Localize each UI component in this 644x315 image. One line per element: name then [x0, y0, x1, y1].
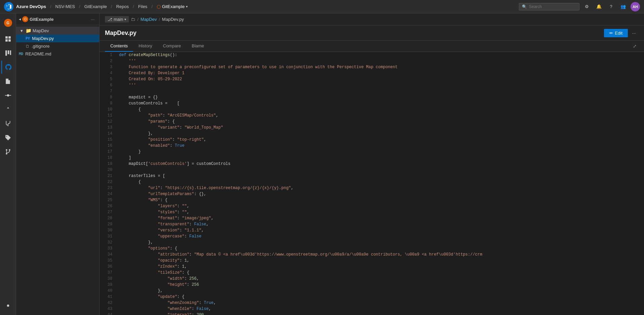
breadcrumb-repos[interactable]: Repos: [116, 4, 129, 9]
breadcrumb-folder-icon: 🗀: [131, 17, 135, 22]
breadcrumb-repo-name: GitExample: [162, 4, 185, 9]
tab-history[interactable]: History: [133, 41, 157, 52]
svg-point-7: [7, 94, 9, 97]
svg-rect-1: [8, 36, 11, 39]
table-row: 31 "uppercase": False: [100, 233, 644, 239]
branch-name: main: [114, 17, 123, 22]
table-row: 27 "styles": "",: [100, 209, 644, 215]
table-row: 42 "whenZooming": True,: [100, 300, 644, 306]
table-row: 22 {: [100, 179, 644, 185]
tab-contents[interactable]: Contents: [105, 41, 133, 52]
tree-item-gitignore[interactable]: 🗋 .gitignore: [16, 42, 99, 50]
breadcrumb-files[interactable]: Files: [138, 4, 147, 9]
svg-rect-5: [7, 50, 9, 54]
search-box[interactable]: 🔍: [519, 3, 579, 10]
table-row: 5 Created On: 05-29-2022: [100, 76, 644, 82]
edit-icon: ✏: [609, 31, 613, 36]
table-row: 4 Created By: Developer 1: [100, 70, 644, 76]
tab-compare[interactable]: Compare: [158, 41, 186, 52]
breadcrumb-repo-current[interactable]: ⬡ GitExample ▾: [157, 4, 188, 9]
tree-label-readme: README.md: [25, 51, 51, 56]
table-row: 25 "WMS": {: [100, 197, 644, 203]
brand-name: Azure DevOps: [16, 4, 46, 9]
branch-selector[interactable]: ⎇ main ▾: [105, 16, 129, 22]
nav-item-branches[interactable]: [1, 117, 15, 130]
table-row: 24 "urlTemplateParams": {},: [100, 191, 644, 197]
table-row: 10 {: [100, 106, 644, 113]
table-row: 39 "height": 256: [100, 282, 644, 288]
nav-item-gitexample[interactable]: G: [1, 16, 15, 30]
table-row: 8 mapdict = {}: [100, 94, 644, 100]
table-row: 3 Function to generate a preconfigured s…: [100, 64, 644, 70]
search-input[interactable]: [529, 4, 576, 9]
nav-item-commits[interactable]: [1, 89, 15, 102]
settings-icon[interactable]: ⚙: [582, 2, 592, 11]
code-view[interactable]: 1def createMapSettings(): 2 ''' 3 Functi…: [100, 52, 644, 315]
table-row: 15 "position": "top-right",: [100, 137, 644, 143]
project-icon: G: [4, 19, 12, 27]
table-row: 18 ]: [100, 155, 644, 161]
user-avatar[interactable]: AH: [631, 2, 640, 11]
help-icon[interactable]: ?: [606, 2, 616, 11]
svg-point-10: [6, 149, 7, 151]
nav-item-pushes[interactable]: [1, 103, 15, 116]
tab-blame[interactable]: Blame: [186, 41, 210, 52]
file-panel-more-btn[interactable]: ···: [89, 15, 97, 23]
search-icon: 🔍: [522, 4, 527, 9]
nav-item-project-settings[interactable]: [1, 299, 15, 312]
table-row: 7: [100, 88, 644, 94]
table-row: 13 "variant": "World_Topo_Map": [100, 125, 644, 131]
nav-item-overview[interactable]: [1, 32, 15, 46]
nav-item-tags[interactable]: [1, 131, 15, 144]
table-row: 34 "attribution": "Map data © <a href\u0…: [100, 252, 644, 258]
table-row: 6 ''': [100, 82, 644, 88]
table-row: 9 customControls = [: [100, 100, 644, 106]
table-row: 37 "tileSize": {: [100, 270, 644, 276]
tree-item-readme[interactable]: MD README.md: [16, 50, 99, 58]
table-row: 40 },: [100, 288, 644, 294]
breadcrumb-mapdev[interactable]: MapDev: [141, 17, 157, 22]
table-row: 35 "opacity": 1,: [100, 258, 644, 264]
file-more-button[interactable]: ···: [629, 28, 639, 38]
breadcrumb-gitexample[interactable]: GitExample: [84, 4, 107, 9]
breadcrumb-dropdown-icon: ▾: [186, 5, 188, 8]
nav-item-pull-requests[interactable]: [1, 145, 15, 159]
tree-label-mapdev-py: MapDev.py: [32, 36, 54, 41]
tree-item-mapdev-py[interactable]: PY MapDev.py: [16, 35, 99, 42]
table-row: 36 "zIndex": 1,: [100, 264, 644, 270]
file-panel-title-row: ◂ ⬡ GitExample: [19, 16, 88, 22]
table-row: 41 "update": {: [100, 294, 644, 300]
file-header: MapDev.py ✏ Edit ···: [100, 26, 644, 41]
tree-item-mapdev[interactable]: ▾ 📁 MapDev: [16, 27, 99, 35]
edit-button[interactable]: ✏ Edit: [604, 29, 628, 37]
branch-chevron-icon: ▾: [124, 17, 126, 21]
md-file-icon: MD: [19, 52, 23, 56]
nav-item-boards[interactable]: [1, 46, 15, 60]
people-icon[interactable]: 👥: [618, 2, 628, 11]
folder-chevron-mapdev: ▾: [19, 28, 24, 33]
table-row: 26 "layers": "",: [100, 203, 644, 209]
file-icon-gitignore: 🗋: [26, 44, 30, 49]
table-row: 17 }: [100, 149, 644, 155]
nav-item-files[interactable]: [1, 75, 15, 88]
table-row: 19 mapDict['customControls'] = customCon…: [100, 161, 644, 167]
svg-point-11: [9, 149, 10, 151]
svg-rect-3: [8, 39, 11, 42]
topbar-right: 🔍 ⚙ 🔔 ? 👥 AH: [519, 2, 640, 11]
expand-icon[interactable]: ⤢: [631, 42, 639, 50]
nav-item-repos[interactable]: [1, 60, 15, 74]
repo-panel-icon: ⬡: [22, 16, 28, 22]
collapse-tree-icon[interactable]: ◂: [19, 17, 21, 21]
table-row: 23 "url": "https://{s}.tile.openstreetma…: [100, 185, 644, 191]
notifications-icon[interactable]: 🔔: [594, 2, 604, 11]
table-row: 21 rasterTiles = [: [100, 173, 644, 179]
table-row: 2 ''': [100, 58, 644, 64]
topbar: Azure DevOps / NSV-MES / GitExample / Re…: [0, 0, 644, 13]
tree-label-gitignore: .gitignore: [32, 44, 49, 49]
table-row: 1def createMapSettings():: [100, 52, 644, 58]
breadcrumb-nsv-mes[interactable]: NSV-MES: [55, 4, 75, 9]
azure-devops-logo[interactable]: [4, 2, 13, 11]
content-area: ⎇ main ▾ 🗀 / MapDev / MapDev.py MapDev.p…: [100, 13, 644, 315]
svg-rect-0: [5, 36, 8, 39]
table-row: 33 "options": {: [100, 245, 644, 252]
